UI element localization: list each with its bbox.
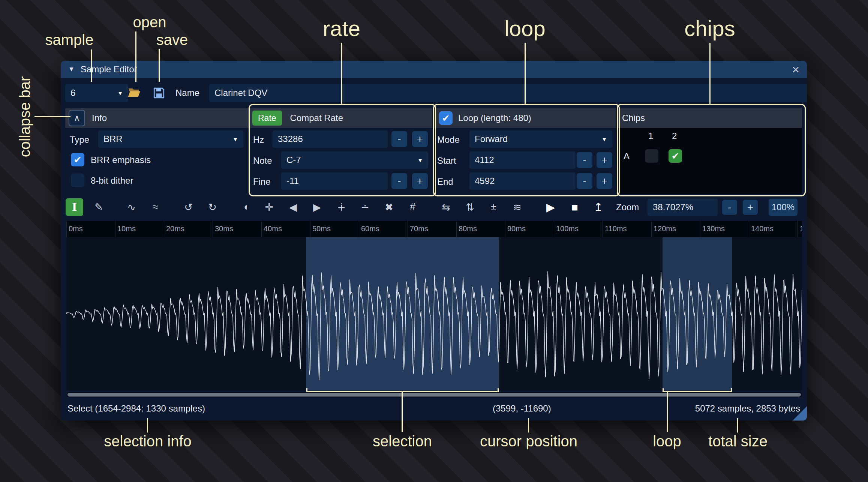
annotation-sample: sample — [45, 31, 94, 48]
zoom-plus-button[interactable]: + — [743, 200, 758, 215]
waveform-view[interactable] — [66, 237, 802, 391]
zoom-label: Zoom — [616, 198, 639, 217]
ruler-tick — [603, 221, 603, 237]
scrollbar-thumb[interactable] — [67, 393, 801, 397]
redo-button[interactable]: ↻ — [204, 198, 221, 216]
ruler-label: 70ms — [410, 225, 428, 233]
annotation-save: save — [156, 31, 188, 48]
draw-button[interactable]: ✎ — [90, 198, 108, 216]
ruler-label: 10ms — [117, 225, 136, 233]
sample-selector[interactable]: 6 ▼ — [65, 84, 128, 102]
trim-button[interactable]: # — [404, 198, 421, 216]
dither-checkbox[interactable] — [71, 174, 84, 187]
ruler-tick — [651, 221, 652, 237]
amplify-button[interactable]: ◖ — [237, 198, 255, 216]
window-collapse-icon[interactable]: ▼ — [68, 66, 75, 73]
normalize-button[interactable]: ✛ — [260, 198, 278, 216]
collapse-bar-pointer-line — [34, 116, 70, 117]
open-button[interactable] — [125, 84, 143, 102]
invert-button[interactable]: ⇅ — [461, 198, 479, 216]
crossfade-button[interactable]: ≈ — [147, 198, 164, 216]
filter-button[interactable]: ≋ — [508, 198, 526, 216]
selection-info-text: Select (1654-2984: 1330 samples) — [67, 403, 205, 414]
chips-annotation-box — [617, 104, 806, 196]
ruler-label: 20ms — [166, 225, 184, 233]
selection-pointer-line — [402, 392, 403, 432]
delete-button[interactable]: ✖ — [380, 198, 398, 216]
ruler-tick — [213, 221, 213, 237]
waveform — [66, 237, 802, 391]
open-folder-icon — [127, 86, 141, 100]
info-section: ∧ Info Type BRR ▼ ✔ BRR emphasis 8-bit d… — [65, 106, 249, 194]
zoom-input[interactable]: 38.7027% — [648, 199, 718, 216]
annotation-selection: selection — [373, 433, 432, 450]
annotation-total-size: total size — [708, 433, 768, 450]
ruler-label: 120ms — [654, 225, 676, 233]
ruler-tick — [554, 221, 554, 237]
ruler-tick — [408, 221, 408, 237]
ruler-tick — [164, 221, 164, 237]
ruler-tick — [798, 221, 798, 237]
collapse-bar-button[interactable]: ∧ — [69, 110, 85, 126]
type-dropdown[interactable]: BRR ▼ — [98, 130, 243, 148]
ruler-tick — [261, 221, 262, 237]
name-value: Clarinet DQV — [214, 88, 267, 98]
apply-silence-button[interactable]: ∸ — [356, 198, 374, 216]
waveform-scrollbar[interactable] — [66, 392, 802, 397]
ruler-tick — [456, 221, 457, 237]
page: ▼ Sample Editor × 6 ▼ Name Clarinet DQV — [0, 0, 868, 482]
insert-silence-button[interactable]: ∔ — [333, 198, 350, 216]
close-icon[interactable]: × — [792, 63, 799, 76]
annotation-open: open — [133, 14, 166, 31]
info-header-label: Info — [92, 113, 107, 123]
selection-bracket — [306, 388, 499, 392]
stop-preview-button[interactable]: ■ — [566, 198, 583, 216]
zoom-reset-button[interactable]: 100% — [769, 199, 798, 216]
sample-pointer-line — [91, 49, 92, 82]
edit-mode-button[interactable]: I — [66, 198, 83, 216]
chips-pointer-line — [709, 43, 711, 104]
save-pointer-line — [159, 49, 160, 82]
ruler-label: 140ms — [751, 225, 774, 233]
chevron-down-icon: ▼ — [117, 90, 123, 96]
annotation-loop-marker: loop — [653, 433, 681, 450]
fade-out-button[interactable]: ▶ — [308, 198, 326, 216]
ruler-tick — [310, 221, 310, 237]
fade-in-button[interactable]: ◀ — [284, 198, 302, 216]
zoom-minus-button[interactable]: - — [722, 200, 737, 215]
open-pointer-line — [135, 31, 136, 82]
ruler-label: 80ms — [459, 225, 477, 233]
ruler-label: 110ms — [605, 225, 627, 233]
ruler-label: 0ms — [69, 225, 83, 233]
annotation-chips: chips — [684, 16, 735, 41]
selection-info-pointer-line — [147, 418, 148, 433]
rate-pointer-line — [341, 43, 342, 104]
reverse-button[interactable]: ⇆ — [437, 198, 455, 216]
ruler-label: 130ms — [702, 225, 725, 233]
zoom-value: 38.7027% — [653, 202, 693, 213]
cursor-position-text: (3599, -11690) — [493, 403, 551, 414]
timeline-ruler: 0ms10ms20ms30ms40ms50ms60ms70ms80ms90ms1… — [66, 221, 802, 237]
undo-button[interactable]: ↺ — [180, 198, 197, 216]
ruler-tick — [359, 221, 359, 237]
check-icon: ✔ — [74, 154, 82, 165]
save-button[interactable] — [150, 84, 168, 102]
loop-bracket — [663, 388, 732, 392]
ruler-label: 50ms — [312, 225, 331, 233]
annotation-cursor-position: cursor position — [480, 433, 577, 450]
floppy-disk-icon — [153, 87, 165, 99]
resize-grip[interactable] — [793, 406, 807, 421]
sign-button[interactable]: ± — [485, 198, 502, 216]
ruler-label: 40ms — [264, 225, 282, 233]
resample-button[interactable]: ∿ — [123, 198, 140, 216]
upload-button[interactable]: ↥ — [589, 198, 607, 216]
brr-emphasis-checkbox[interactable]: ✔ — [71, 153, 84, 166]
type-value: BRR — [103, 134, 123, 144]
name-input[interactable]: Clarinet DQV — [209, 84, 807, 102]
sample-selector-value: 6 — [70, 88, 75, 98]
total-size-text: 5072 samples, 2853 bytes — [695, 403, 800, 414]
ruler-label: 150 — [800, 225, 802, 233]
cursor-position-pointer-line — [528, 418, 529, 433]
preview-button[interactable]: ▶ — [542, 198, 559, 216]
ruler-tick — [115, 221, 115, 237]
